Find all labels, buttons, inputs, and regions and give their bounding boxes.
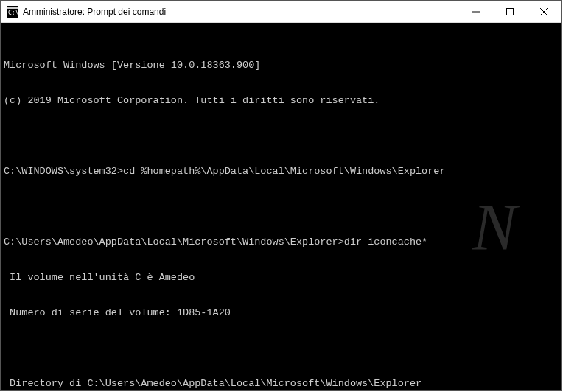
prompt-line: C:\Users\Amedeo\AppData\Local\Microsoft\… — [4, 237, 558, 248]
command-prompt-window: C:\ Amministratore: Prompt dei comandi N… — [0, 0, 562, 391]
window-title: Amministratore: Prompt dei comandi — [23, 7, 459, 17]
prompt-command: dir iconcache* — [344, 237, 427, 248]
volume-line: Il volume nell'unità C è Amedeo — [4, 272, 558, 284]
blank-line — [4, 343, 558, 354]
titlebar[interactable]: C:\ Amministratore: Prompt dei comandi — [1, 1, 561, 23]
prompt-command: cd %homepath%\AppData\Local\Microsoft\Wi… — [123, 166, 445, 177]
prompt-path: C:\Users\Amedeo\AppData\Local\Microsoft\… — [4, 237, 344, 248]
volume-line: Numero di serie del volume: 1D85-1A20 — [4, 307, 558, 319]
prompt-path: C:\WINDOWS\system32> — [4, 166, 123, 177]
svg-rect-4 — [507, 9, 514, 15]
svg-rect-1 — [7, 7, 18, 9]
blank-line — [4, 201, 558, 213]
minimize-button[interactable] — [459, 1, 493, 23]
header-line: Microsoft Windows [Versione 10.0.18363.9… — [4, 60, 558, 71]
directory-header: Directory di C:\Users\Amedeo\AppData\Loc… — [4, 378, 558, 390]
prompt-line: C:\WINDOWS\system32>cd %homepath%\AppDat… — [4, 166, 558, 178]
terminal-content[interactable]: N Microsoft Windows [Versione 10.0.18363… — [1, 23, 561, 390]
header-line: (c) 2019 Microsoft Corporation. Tutti i … — [4, 95, 558, 107]
close-button[interactable] — [527, 1, 561, 23]
blank-line — [4, 130, 558, 142]
window-controls — [459, 1, 561, 22]
svg-text:C:\: C:\ — [8, 10, 18, 16]
maximize-button[interactable] — [493, 1, 527, 23]
watermark: N — [472, 222, 517, 234]
cmd-icon: C:\ — [7, 6, 18, 18]
